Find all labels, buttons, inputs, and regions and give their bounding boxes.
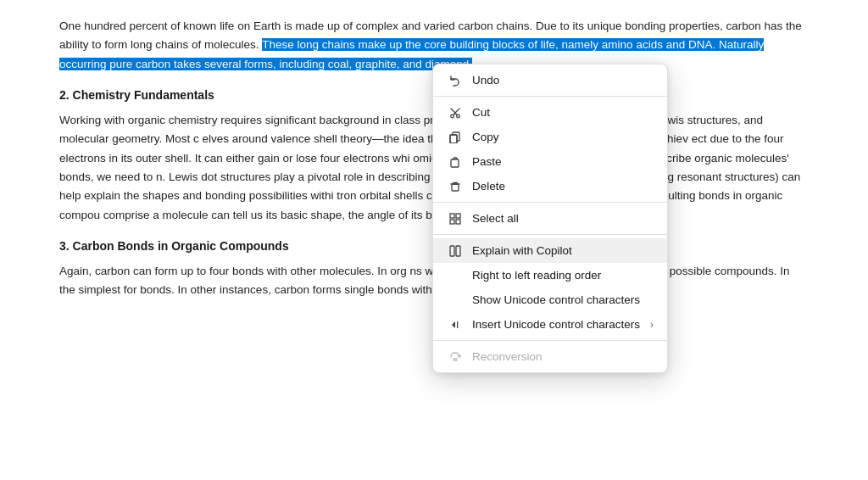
menu-item-copy[interactable]: Copy [433, 125, 667, 149]
svg-rect-12 [456, 214, 460, 218]
menu-item-explain-copilot[interactable]: Explain with Copilot [433, 238, 667, 263]
unicode-insert-label: Insert Unicode control characters [472, 318, 650, 331]
svg-line-3 [455, 109, 459, 113]
svg-rect-17 [457, 321, 458, 328]
svg-rect-15 [450, 246, 454, 256]
separator-1 [433, 96, 667, 97]
cut-icon [447, 107, 464, 119]
copilot-icon [447, 245, 464, 257]
copy-label: Copy [472, 131, 654, 143]
select-all-icon [447, 213, 464, 225]
menu-item-unicode-show[interactable]: Show Unicode control characters [433, 287, 667, 312]
svg-rect-10 [452, 184, 459, 191]
svg-rect-7 [450, 135, 457, 143]
delete-icon [447, 181, 464, 193]
svg-rect-13 [450, 220, 454, 224]
explain-copilot-label: Explain with Copilot [472, 244, 654, 257]
reconversion-label: Reconversion [472, 350, 654, 363]
menu-item-paste[interactable]: Paste [433, 149, 667, 174]
menu-item-reconversion[interactable]: Reconversion [433, 344, 667, 369]
paste-icon [447, 156, 464, 168]
rtl-label: Right to left reading order [472, 269, 654, 282]
svg-line-2 [451, 109, 455, 113]
delete-label: Delete [472, 180, 654, 193]
copy-icon [447, 131, 464, 143]
reconversion-icon [447, 351, 464, 363]
svg-rect-9 [451, 159, 459, 167]
menu-item-undo[interactable]: Undo [433, 68, 667, 92]
separator-3 [433, 234, 667, 235]
svg-rect-14 [456, 220, 460, 224]
svg-rect-16 [456, 246, 460, 256]
insert-unicode-icon [447, 319, 464, 331]
undo-label: Undo [472, 74, 654, 87]
separator-4 [433, 340, 667, 341]
svg-rect-11 [450, 214, 454, 218]
undo-icon [447, 75, 464, 87]
context-menu: Undo Cut Copy [432, 64, 668, 373]
select-all-label: Select all [472, 212, 654, 225]
menu-item-cut[interactable]: Cut [433, 100, 667, 125]
unicode-show-label: Show Unicode control characters [472, 293, 654, 306]
cut-label: Cut [472, 106, 654, 119]
submenu-arrow: › [650, 319, 654, 331]
separator-2 [433, 202, 667, 203]
svg-line-5 [455, 113, 457, 115]
menu-item-select-all[interactable]: Select all [433, 206, 667, 231]
paste-label: Paste [472, 155, 654, 168]
menu-item-rtl[interactable]: Right to left reading order [433, 263, 667, 287]
menu-item-unicode-insert[interactable]: Insert Unicode control characters › [433, 312, 667, 337]
menu-item-delete[interactable]: Delete [433, 174, 667, 198]
